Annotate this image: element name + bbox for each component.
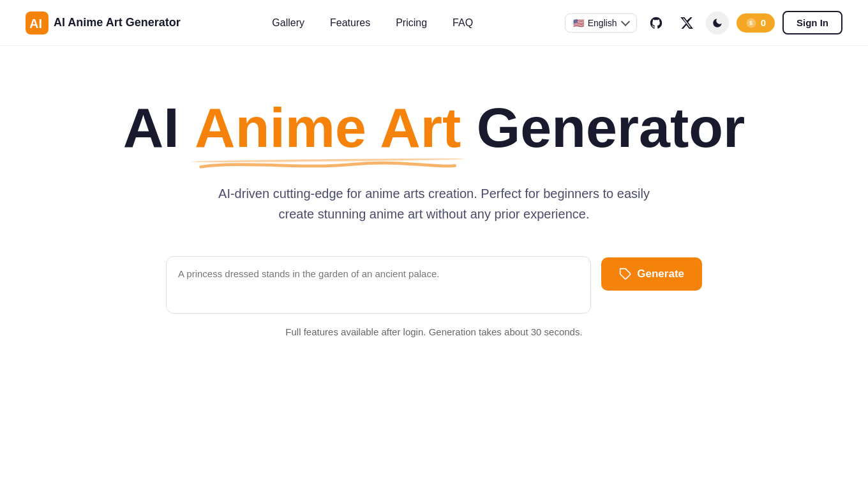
navbar: AI AI Anime Art Generator Gallery Featur… — [0, 0, 868, 46]
sign-in-button[interactable]: Sign In — [782, 11, 842, 34]
coin-icon: $ — [745, 17, 757, 29]
hint-text: Full features available after login. Gen… — [285, 326, 582, 337]
credits-badge[interactable]: $ 0 — [737, 13, 775, 33]
twitter-button[interactable] — [675, 11, 698, 34]
logo-text: AI Anime Art Generator — [54, 16, 181, 29]
nav-faq[interactable]: FAQ — [453, 17, 473, 29]
github-button[interactable] — [645, 11, 668, 34]
logo-icon: AI — [26, 11, 49, 34]
nav-features[interactable]: Features — [330, 17, 370, 29]
lang-label: English — [588, 18, 617, 28]
svg-text:AI: AI — [29, 17, 42, 31]
navbar-right: 🇺🇸 English $ 0 — [565, 11, 842, 34]
main-nav: Gallery Features Pricing FAQ — [272, 17, 473, 29]
lang-flag: 🇺🇸 — [573, 18, 584, 28]
svg-text:$: $ — [749, 20, 752, 26]
logo-area: AI AI Anime Art Generator — [26, 11, 181, 34]
hero-title-part2: Generator — [461, 96, 745, 159]
hero-title-highlight: Anime Art — [195, 97, 461, 159]
language-selector[interactable]: 🇺🇸 English — [565, 13, 637, 33]
underline-decoration — [195, 158, 461, 171]
generate-label: Generate — [637, 268, 684, 280]
nav-gallery[interactable]: Gallery — [272, 17, 304, 29]
github-icon — [649, 16, 663, 30]
twitter-icon — [680, 16, 694, 30]
hero-title-part1: AI — [123, 96, 195, 159]
hero-title: AI Anime Art Generator — [123, 97, 745, 159]
hero-subtitle: AI-driven cutting-edge for anime arts cr… — [217, 183, 651, 224]
moon-icon — [712, 17, 723, 29]
input-section: Generate — [166, 256, 702, 314]
generate-button[interactable]: Generate — [601, 257, 702, 291]
nav-pricing[interactable]: Pricing — [396, 17, 427, 29]
generate-icon — [619, 268, 632, 280]
prompt-input[interactable] — [166, 256, 591, 314]
hero-section: AI Anime Art Generator AI-driven cutting… — [0, 46, 868, 376]
credits-count: 0 — [761, 17, 766, 28]
theme-toggle-button[interactable] — [706, 11, 729, 34]
chevron-down-icon — [621, 17, 630, 26]
